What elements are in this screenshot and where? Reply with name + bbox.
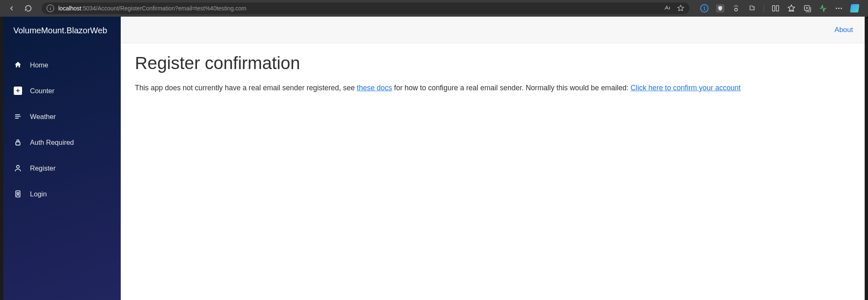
list-icon bbox=[13, 112, 22, 121]
url-text: localhost:5034/Account/RegisterConfirmat… bbox=[58, 5, 659, 12]
svg-point-0 bbox=[735, 8, 738, 11]
plus-icon: + bbox=[13, 86, 22, 95]
page-body: Register confirmation This app does not … bbox=[121, 43, 865, 103]
docs-link[interactable]: these docs bbox=[357, 84, 392, 92]
performance-icon[interactable] bbox=[819, 4, 827, 12]
sidebar-item-register[interactable]: Register bbox=[3, 155, 121, 181]
sidebar-item-label: Weather bbox=[30, 113, 56, 121]
refresh-button[interactable] bbox=[22, 2, 35, 15]
collections-icon[interactable] bbox=[803, 4, 811, 12]
separator bbox=[764, 4, 764, 12]
sidebar-item-label: Home bbox=[30, 61, 48, 69]
person-icon bbox=[13, 164, 22, 173]
main-content: About Register confirmation This app doe… bbox=[121, 17, 865, 300]
sidebar-item-label: Auth Required bbox=[30, 139, 74, 146]
sidebar-item-label: Counter bbox=[30, 87, 55, 95]
favorite-star-icon[interactable] bbox=[677, 5, 684, 12]
page-text: for how to configure a real email sender… bbox=[392, 84, 631, 92]
svg-point-5 bbox=[838, 8, 840, 9]
sidebar-item-label: Login bbox=[30, 190, 47, 198]
sidebar-item-home[interactable]: Home bbox=[3, 52, 121, 78]
sidebar-item-weather[interactable]: Weather bbox=[3, 104, 121, 129]
confirm-account-link[interactable]: Click here to confirm your account bbox=[631, 84, 741, 92]
badge-icon bbox=[13, 189, 22, 198]
favorites-icon[interactable] bbox=[787, 4, 796, 12]
svg-point-6 bbox=[841, 8, 842, 9]
more-icon[interactable] bbox=[835, 4, 843, 12]
sidebar-item-label: Register bbox=[30, 164, 55, 172]
home-icon bbox=[13, 60, 22, 69]
page-paragraph: This app does not currently have a real … bbox=[135, 82, 851, 93]
svg-point-8 bbox=[17, 165, 20, 168]
svg-point-10 bbox=[17, 192, 19, 194]
svg-point-4 bbox=[836, 8, 837, 9]
svg-rect-7 bbox=[16, 142, 20, 145]
app-root: VolumeMount.BlazorWeb Home + Counter Wea… bbox=[3, 17, 865, 300]
page-text: This app does not currently have a real … bbox=[135, 84, 357, 92]
site-info-icon[interactable]: i bbox=[47, 5, 54, 12]
extension-darkmode-icon[interactable] bbox=[732, 4, 740, 12]
page-title: Register confirmation bbox=[135, 53, 851, 73]
sidebar-nav: Home + Counter Weather Auth Required bbox=[3, 45, 121, 207]
sidebar-item-auth[interactable]: Auth Required bbox=[3, 129, 121, 155]
read-aloud-icon[interactable] bbox=[664, 5, 671, 12]
lock-icon bbox=[13, 138, 22, 147]
copilot-icon[interactable] bbox=[850, 4, 860, 12]
svg-rect-1 bbox=[773, 5, 775, 11]
chrome-right-icons: 1 bbox=[696, 4, 863, 12]
about-link[interactable]: About bbox=[835, 26, 853, 34]
back-button[interactable] bbox=[5, 2, 18, 15]
sidebar-item-login[interactable]: Login bbox=[3, 181, 121, 207]
browser-chrome: i localhost:5034/Account/RegisterConfirm… bbox=[0, 0, 868, 17]
extension-ublock-icon[interactable] bbox=[716, 4, 724, 12]
sidebar: VolumeMount.BlazorWeb Home + Counter Wea… bbox=[3, 17, 121, 300]
svg-rect-2 bbox=[776, 5, 779, 11]
topbar: About bbox=[121, 17, 865, 43]
sidebar-item-counter[interactable]: + Counter bbox=[3, 78, 121, 104]
brand-title: VolumeMount.BlazorWeb bbox=[3, 17, 121, 45]
split-screen-icon[interactable] bbox=[771, 4, 780, 12]
extensions-icon[interactable] bbox=[748, 4, 756, 12]
url-bar[interactable]: i localhost:5034/Account/RegisterConfirm… bbox=[42, 2, 689, 14]
extension-1password-icon[interactable]: 1 bbox=[700, 4, 709, 12]
